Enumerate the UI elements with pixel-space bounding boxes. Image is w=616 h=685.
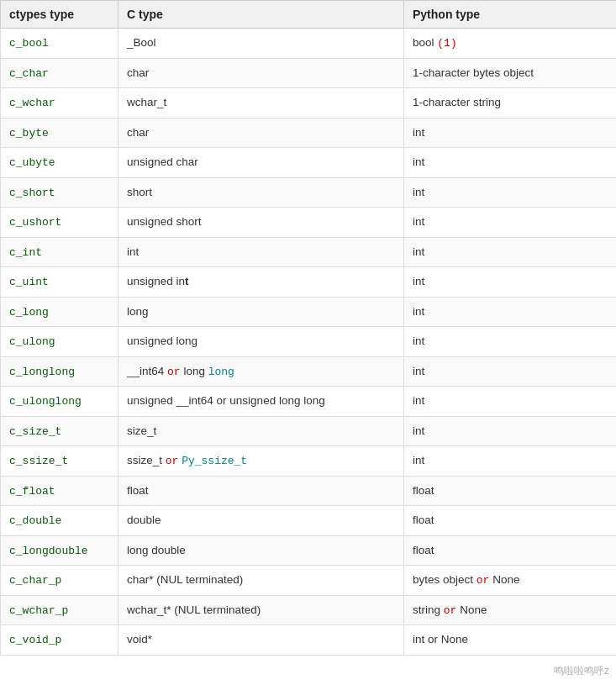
cell-c-type: char <box>118 118 404 148</box>
table-row: c_longlongint <box>1 297 617 327</box>
cell-c-type: wchar_t <box>118 88 404 119</box>
cell-c-type: int <box>118 237 404 267</box>
table-row: c_floatfloatfloat <box>1 476 617 506</box>
header-ctypes-type: ctypes type <box>1 1 118 29</box>
table-row: c_intintint <box>1 237 617 267</box>
cell-c-type: float <box>118 476 404 506</box>
cell-c-type: unsigned __int64 or unsigned long long <box>118 387 404 417</box>
table-row: c_ubyteunsigned charint <box>1 148 617 178</box>
cell-ctypes-type: c_int <box>1 237 118 267</box>
table-row: c_longdoublelong doublefloat <box>1 535 617 566</box>
cell-python-type: float <box>404 506 617 536</box>
cell-python-type: string or None <box>404 595 617 625</box>
cell-python-type: bytes object or None <box>404 566 617 596</box>
cell-python-type: bool (1) <box>404 29 617 59</box>
table-row: c_charchar1-character bytes object <box>1 58 617 88</box>
cell-python-type: int <box>404 327 617 357</box>
header-c-type: C type <box>118 1 404 29</box>
table-row: c_ushortunsigned shortint <box>1 208 617 238</box>
table-row: c_shortshortint <box>1 177 617 208</box>
cell-c-type: size_t <box>118 416 404 446</box>
cell-c-type: unsigned short <box>118 208 404 238</box>
cell-ctypes-type: c_bool <box>1 29 118 59</box>
cell-c-type: char* (NUL terminated) <box>118 566 404 596</box>
cell-ctypes-type: c_long <box>1 297 118 327</box>
header-python-type: Python type <box>404 1 617 29</box>
cell-ctypes-type: c_size_t <box>1 416 118 446</box>
table-row: c_wchar_pwchar_t* (NUL terminated)string… <box>1 595 617 625</box>
cell-ctypes-type: c_ulong <box>1 327 118 357</box>
table-row: c_ulonglongunsigned __int64 or unsigned … <box>1 387 617 417</box>
cell-ctypes-type: c_short <box>1 177 118 208</box>
cell-c-type: wchar_t* (NUL terminated) <box>118 595 404 625</box>
cell-python-type: float <box>404 476 617 506</box>
cell-ctypes-type: c_uint <box>1 267 118 298</box>
table-row: c_ulongunsigned longint <box>1 327 617 357</box>
cell-c-type: double <box>118 506 404 536</box>
table-row: c_uintunsigned intint <box>1 267 617 298</box>
cell-python-type: 1-character string <box>404 88 617 119</box>
cell-python-type: int <box>404 148 617 178</box>
table-header-row: ctypes type C type Python type <box>1 1 617 29</box>
table-row: c_void_pvoid*int or None <box>1 625 617 656</box>
table-row: c_wcharwchar_t1-character string <box>1 88 617 119</box>
cell-c-type: unsigned long <box>118 327 404 357</box>
cell-ctypes-type: c_byte <box>1 118 118 148</box>
table-row: c_size_tsize_tint <box>1 416 617 446</box>
cell-python-type: 1-character bytes object <box>404 58 617 88</box>
table-row: c_bytecharint <box>1 118 617 148</box>
ctypes-table: ctypes type C type Python type c_bool_Bo… <box>0 0 616 656</box>
cell-python-type: int <box>404 208 617 238</box>
cell-ctypes-type: c_ssize_t <box>1 446 118 477</box>
ctypes-table-container: ctypes type C type Python type c_bool_Bo… <box>0 0 616 656</box>
cell-ctypes-type: c_wchar_p <box>1 595 118 625</box>
cell-c-type: __int64 or long long <box>118 356 404 387</box>
cell-python-type: int <box>404 446 617 477</box>
table-row: c_doubledoublefloat <box>1 506 617 536</box>
cell-python-type: int <box>404 387 617 417</box>
cell-ctypes-type: c_ulonglong <box>1 387 118 417</box>
cell-ctypes-type: c_wchar <box>1 88 118 119</box>
cell-c-type: void* <box>118 625 404 656</box>
cell-c-type: unsigned char <box>118 148 404 178</box>
cell-ctypes-type: c_longlong <box>1 356 118 387</box>
table-row: c_bool_Boolbool (1) <box>1 29 617 59</box>
cell-ctypes-type: c_char_p <box>1 566 118 596</box>
cell-c-type: char <box>118 58 404 88</box>
cell-python-type: int <box>404 177 617 208</box>
cell-ctypes-type: c_ubyte <box>1 148 118 178</box>
cell-python-type: int or None <box>404 625 617 656</box>
cell-python-type: int <box>404 267 617 298</box>
cell-ctypes-type: c_double <box>1 506 118 536</box>
cell-ctypes-type: c_char <box>1 58 118 88</box>
cell-python-type: int <box>404 416 617 446</box>
cell-ctypes-type: c_longdouble <box>1 535 118 566</box>
cell-python-type: float <box>404 535 617 566</box>
table-row: c_longlong__int64 or long longint <box>1 356 617 387</box>
cell-c-type: _Bool <box>118 29 404 59</box>
cell-python-type: int <box>404 356 617 387</box>
cell-python-type: int <box>404 237 617 267</box>
cell-c-type: long double <box>118 535 404 566</box>
cell-python-type: int <box>404 118 617 148</box>
cell-ctypes-type: c_float <box>1 476 118 506</box>
table-row: c_char_pchar* (NUL terminated)bytes obje… <box>1 566 617 596</box>
cell-python-type: int <box>404 297 617 327</box>
cell-c-type: short <box>118 177 404 208</box>
cell-ctypes-type: c_void_p <box>1 625 118 656</box>
cell-c-type: ssize_t or Py_ssize_t <box>118 446 404 477</box>
cell-ctypes-type: c_ushort <box>1 208 118 238</box>
cell-c-type: unsigned int <box>118 267 404 298</box>
cell-c-type: long <box>118 297 404 327</box>
table-row: c_ssize_tssize_t or Py_ssize_tint <box>1 446 617 477</box>
